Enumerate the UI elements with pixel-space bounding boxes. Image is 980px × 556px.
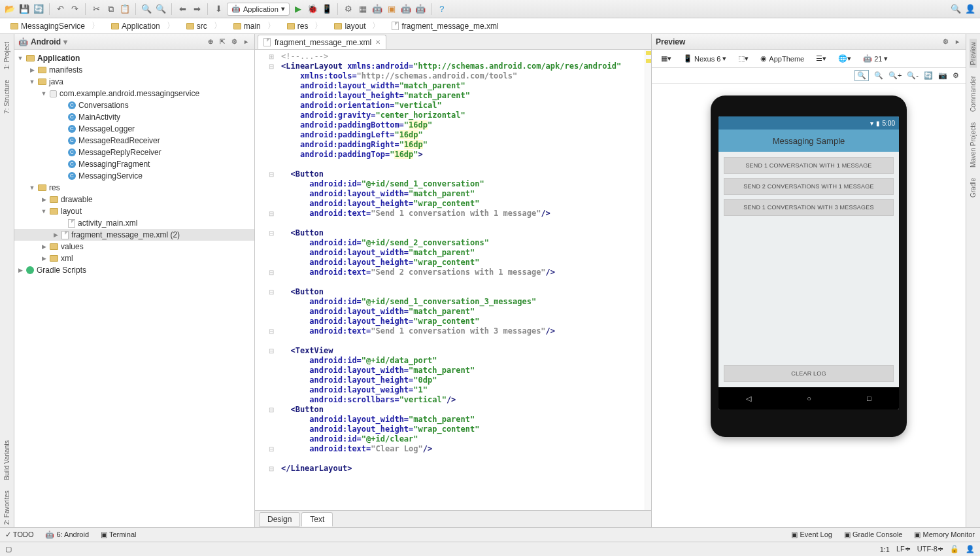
replace-icon[interactable]: 🔍 — [155, 3, 167, 15]
crumb-0[interactable]: MessagingService〉 — [5, 18, 105, 33]
paste-icon[interactable]: 📋 — [119, 3, 131, 15]
sidebar-tab-structure[interactable]: 7: Structure — [3, 77, 10, 116]
help-icon[interactable]: ? — [436, 3, 448, 15]
search-everywhere-icon[interactable]: 🔍 — [950, 3, 962, 15]
bottom-tab-event-log[interactable]: ▣ Event Log — [791, 530, 832, 539]
tree-class-5[interactable]: CMessagingFragment — [14, 158, 254, 170]
monitor-icon[interactable]: ▣ — [386, 3, 397, 15]
hide-tool-windows-icon[interactable]: ▢ — [5, 545, 12, 553]
gear-icon[interactable]: ⚙ — [229, 37, 239, 46]
api-selector[interactable]: 🤖21▾ — [859, 53, 892, 64]
gear-icon[interactable]: ⚙ — [941, 37, 950, 46]
device-selector[interactable]: 📱Nexus 6▾ — [679, 53, 730, 64]
layout-selector[interactable]: ☰▾ — [812, 53, 830, 64]
tree-class-4[interactable]: CMessageReplyReceiver — [14, 147, 254, 158]
tree-class-3[interactable]: CMessageReadReceiver — [14, 135, 254, 147]
android-icon-2[interactable]: 🤖 — [400, 3, 412, 15]
dropdown-icon[interactable]: ▾ — [63, 37, 67, 46]
sidebar-tab-build-variants[interactable]: Build Variants — [3, 438, 10, 483]
sidebar-tab-preview[interactable]: Preview — [970, 39, 977, 68]
ddms-icon[interactable]: 🤖 — [371, 3, 383, 15]
bottom-tab-terminal[interactable]: ▣ Terminal — [101, 530, 136, 539]
target-icon[interactable]: ⊕ — [206, 37, 215, 46]
tab-text[interactable]: Text — [301, 512, 333, 527]
tree-class-0[interactable]: CConversations — [14, 99, 254, 111]
tree-class-2[interactable]: CMessageLogger — [14, 123, 254, 135]
settings-icon[interactable]: ⚙ — [953, 71, 959, 80]
theme-selector[interactable]: ◉AppTheme — [756, 53, 808, 64]
tab-design[interactable]: Design — [259, 512, 300, 527]
refresh-icon[interactable]: 🔄 — [924, 71, 933, 80]
locale-selector[interactable]: 🌐▾ — [834, 53, 855, 64]
sdk-icon[interactable]: ▦ — [357, 3, 369, 15]
config-dropdown[interactable]: ▦▾ — [657, 53, 675, 64]
make-icon[interactable]: ⬇ — [212, 3, 224, 15]
undo-icon[interactable]: ↶ — [54, 3, 66, 15]
open-icon[interactable]: 📂 — [4, 3, 16, 15]
editor-tab-active[interactable]: fragment_message_me.xml ✕ — [258, 35, 386, 49]
collapse-icon[interactable]: ⇱ — [218, 37, 227, 46]
tree-manifests[interactable]: manifests — [14, 64, 254, 76]
project-view-name[interactable]: Android — [31, 37, 61, 46]
tree-xml[interactable]: xml — [14, 252, 254, 264]
crumb-6[interactable]: fragment_message_me.xml — [386, 18, 503, 33]
orientation-selector[interactable]: ⬚▾ — [734, 53, 752, 64]
zoom-in-icon[interactable]: 🔍+ — [888, 71, 902, 80]
attach-icon[interactable]: 📱 — [321, 3, 333, 15]
tree-app[interactable]: Application — [14, 52, 254, 64]
crumb-1[interactable]: Application〉 — [106, 18, 180, 33]
crumb-3[interactable]: main〉 — [228, 18, 280, 33]
copy-icon[interactable]: ⧉ — [105, 3, 116, 15]
close-tab-icon[interactable]: ✕ — [375, 39, 380, 46]
run-icon[interactable]: ▶ — [292, 3, 304, 15]
line-separator[interactable]: LF≑ — [896, 545, 911, 553]
tree-class-1[interactable]: CMainActivity — [14, 111, 254, 123]
hide-icon[interactable]: ▸ — [241, 37, 250, 46]
tree-layout-file-1[interactable]: fragment_message_me.xml (2) — [14, 229, 254, 241]
bottom-tab-gradle-console[interactable]: ▣ Gradle Console — [844, 530, 903, 539]
sidebar-tab-project[interactable]: 1: Project — [3, 39, 10, 72]
avd-icon[interactable]: ⚙ — [343, 3, 354, 15]
user-icon[interactable]: 👤 — [964, 3, 976, 15]
tree-package[interactable]: com.example.android.messagingservice — [14, 88, 254, 99]
code-editor[interactable]: ⊞⊟⊟⊟⊟⊟⊟⊟⊟⊟⊟⊟ <!--...--><LinearLayout xml… — [255, 50, 651, 510]
cut-icon[interactable]: ✂ — [90, 3, 102, 15]
tree-drawable[interactable]: drawable — [14, 194, 254, 205]
android-icon-3[interactable]: 🤖 — [414, 3, 426, 15]
lock-icon[interactable]: 🔓 — [950, 545, 959, 553]
crumb-5[interactable]: layout〉 — [329, 18, 385, 33]
forward-icon[interactable]: ➡ — [191, 3, 203, 15]
hide-icon[interactable]: ▸ — [953, 37, 962, 46]
redo-icon[interactable]: ↷ — [69, 3, 80, 15]
sync-icon[interactable]: 🔄 — [33, 3, 44, 15]
crumb-2[interactable]: src〉 — [181, 18, 227, 33]
back-icon[interactable]: ⬅ — [177, 3, 188, 15]
encoding[interactable]: UTF-8≑ — [917, 545, 943, 553]
tree-values[interactable]: values — [14, 241, 254, 252]
tree-gradle[interactable]: Gradle Scripts — [14, 264, 254, 276]
bottom-tab-android[interactable]: 🤖 6: Android — [45, 530, 89, 539]
tree-layout[interactable]: layout — [14, 205, 254, 217]
sidebar-tab-maven[interactable]: Maven Projects — [970, 120, 977, 170]
screenshot-icon[interactable]: 📷 — [938, 71, 947, 80]
run-config-selector[interactable]: 🤖 Application ▾ — [227, 3, 290, 16]
tree-java[interactable]: java — [14, 76, 254, 88]
bottom-tab-todo[interactable]: ✓ TODO — [5, 530, 33, 539]
sidebar-tab-commander[interactable]: Commander — [970, 73, 977, 114]
marker-strip[interactable] — [645, 50, 651, 510]
crumb-4[interactable]: res〉 — [282, 18, 328, 33]
project-tree[interactable]: Application manifests java com.example.a… — [14, 50, 254, 527]
zoom-actual-icon[interactable]: 🔍 — [874, 71, 883, 80]
zoom-fit-icon[interactable]: 🔍 — [854, 70, 869, 81]
inspector-icon[interactable]: 👤 — [966, 545, 975, 553]
bottom-tab-memory-monitor[interactable]: ▣ Memory Monitor — [914, 530, 975, 539]
save-icon[interactable]: 💾 — [18, 3, 30, 15]
tree-class-6[interactable]: CMessagingService — [14, 170, 254, 182]
sidebar-tab-favorites[interactable]: 2: Favorites — [3, 488, 10, 527]
sidebar-tab-gradle[interactable]: Gradle — [970, 175, 977, 200]
zoom-out-icon[interactable]: 🔍- — [907, 71, 919, 80]
find-icon[interactable]: 🔍 — [141, 3, 152, 15]
debug-icon[interactable]: 🐞 — [307, 3, 318, 15]
tree-res[interactable]: res — [14, 182, 254, 194]
tree-layout-file-0[interactable]: activity_main.xml — [14, 217, 254, 229]
